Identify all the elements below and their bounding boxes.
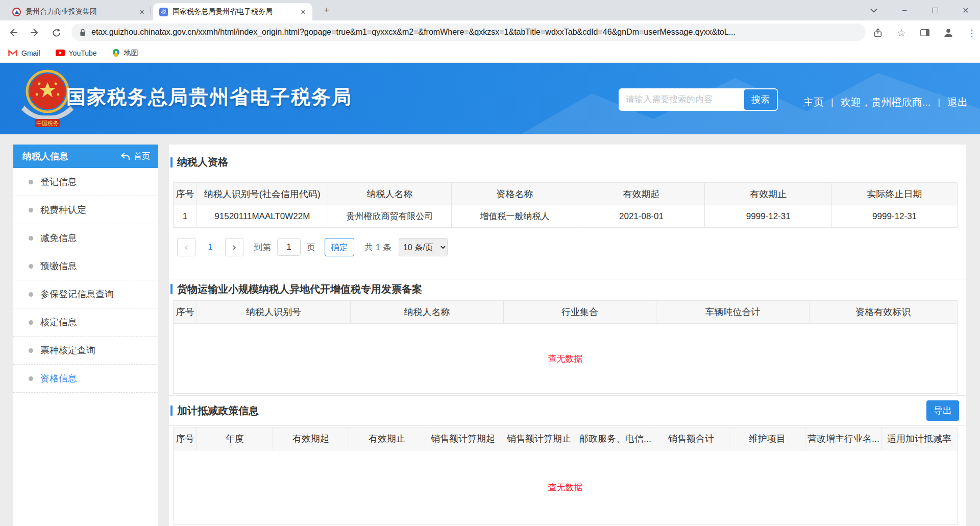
column-header: 维护项目	[729, 427, 805, 450]
tab-divider	[151, 7, 151, 14]
pagination: ‹ 1 › 到第 页 确定 共 1 条 10 条/页	[177, 238, 966, 256]
column-header: 序号	[174, 427, 197, 450]
tab-title: 国家税务总局贵州省电子税务局	[173, 7, 295, 16]
sidebar-title: 纳税人信息	[22, 150, 120, 162]
cell-valid-to: 9999-12-31	[705, 205, 832, 228]
column-header: 有效期止	[705, 183, 832, 205]
sidebar-item-reduction[interactable]: 减免信息	[13, 224, 158, 252]
bullet-icon	[29, 320, 33, 325]
column-header: 资格名称	[452, 183, 578, 205]
sidebar-item-registration[interactable]: 登记信息	[13, 168, 158, 196]
page-size-select[interactable]: 10 条/页	[399, 238, 448, 256]
bullet-icon	[29, 180, 33, 184]
bullet-icon	[29, 264, 33, 269]
site-header: 中国税务 国家税务总局贵州省电子税务局 搜索 主页 | 欢迎，贵州橙欣商... …	[0, 63, 980, 134]
share-icon[interactable]	[871, 26, 885, 40]
sidebar-item-prepayment[interactable]: 预缴信息	[13, 252, 158, 280]
address-bar[interactable]: etax.guizhou.chinatax.gov.cn/xxmh/html/i…	[71, 23, 866, 41]
column-header: 序号	[174, 183, 197, 205]
side-panel-icon[interactable]	[918, 26, 932, 40]
goto-confirm-button[interactable]: 确定	[325, 238, 354, 256]
portal-title: 国家税务总局贵州省电子税务局	[66, 84, 352, 110]
minimize-button[interactable]: −	[892, 0, 917, 20]
browser-window: 贵州合力商业投资集团 × 税 国家税务总局贵州省电子税务局 × + − × et…	[0, 0, 980, 526]
column-header: 邮政服务、电信...	[577, 427, 653, 450]
menu-dots-icon[interactable]: ⋮	[965, 26, 979, 40]
sidebar: 纳税人信息 首页 登记信息 税费种认定 减免信息 预缴信息 参保登记信息查询 核…	[13, 145, 158, 526]
header-search: 搜索	[619, 88, 778, 111]
no-data-text: 查无数据	[548, 482, 583, 493]
back-button[interactable]	[7, 27, 19, 39]
column-header: 有效期起	[578, 183, 705, 205]
column-header: 纳税人名称	[328, 183, 452, 205]
column-header: 资格有效标识	[809, 301, 957, 324]
section-header-deduction: 加计抵减政策信息 导出	[169, 395, 966, 426]
maximize-button[interactable]	[923, 0, 947, 20]
nav-welcome-link[interactable]: 欢迎，贵州橙欣商...	[841, 95, 931, 109]
tax-favicon-icon: 税	[159, 8, 168, 16]
table-header-row: 序号 纳税人识别号 纳税人名称 行业集合 车辆吨位合计 资格有效标识	[174, 301, 958, 324]
header-nav: 主页 | 欢迎，贵州橙欣商... | 退出	[803, 95, 968, 109]
tab-guizhou-heli[interactable]: 贵州合力商业投资集团 ×	[6, 3, 151, 20]
goto-label: 到第	[254, 242, 271, 253]
deduction-empty-state: 查无数据	[173, 450, 958, 525]
table-row: 1 91520111MAALT0W22M 贵州橙欣商贸有限公司 增值税一般纳税人…	[174, 205, 958, 228]
section-title: 货物运输业小规模纳税人异地代开增值税专用发票备案	[170, 282, 422, 296]
cell-taxpayer-name: 贵州橙欣商贸有限公司	[328, 205, 452, 228]
maps-icon	[112, 49, 120, 57]
search-button[interactable]: 搜索	[744, 89, 777, 110]
gmail-icon	[8, 50, 17, 57]
goto-page-input[interactable]	[277, 238, 301, 256]
prev-page-button[interactable]: ‹	[177, 238, 195, 256]
new-tab-button[interactable]: +	[321, 4, 333, 16]
tab-strip: 贵州合力商业投资集团 × 税 国家税务总局贵州省电子税务局 × + − ×	[0, 0, 980, 20]
nav-logout-link[interactable]: 退出	[947, 95, 968, 109]
export-button[interactable]: 导出	[926, 400, 959, 421]
nav-separator: |	[938, 97, 940, 108]
bookmark-star-icon[interactable]: ☆	[894, 26, 909, 40]
column-header: 序号	[174, 301, 197, 324]
bullet-icon	[29, 292, 33, 297]
sidebar-item-insurance-query[interactable]: 参保登记信息查询	[13, 280, 158, 308]
bookmark-maps[interactable]: 地图	[112, 49, 138, 58]
main-panel: 纳税人资格 序号 纳税人识别号(社会信用代码) 纳税人名称 资格名称 有效期起 …	[169, 145, 966, 526]
search-input[interactable]	[620, 89, 744, 110]
forward-button[interactable]	[29, 27, 41, 39]
bookmark-label: Gmail	[21, 49, 40, 57]
bookmark-gmail[interactable]: Gmail	[8, 49, 40, 57]
freight-empty-state: 查无数据	[173, 324, 958, 394]
reload-button[interactable]	[50, 27, 62, 39]
tab-close-icon[interactable]: ×	[299, 7, 307, 17]
tab-search-chevron-icon[interactable]	[862, 0, 886, 20]
tab-etax-active[interactable]: 税 国家税务总局贵州省电子税务局 ×	[153, 3, 312, 20]
column-header: 适用加计抵减率	[881, 427, 957, 450]
profile-avatar-icon[interactable]	[941, 26, 955, 40]
company-favicon-icon	[12, 8, 21, 16]
section-header-qualification: 纳税人资格	[169, 145, 966, 180]
next-page-button[interactable]: ›	[225, 238, 243, 256]
sidebar-item-tax-type[interactable]: 税费种认定	[13, 196, 158, 224]
bookmark-label: 地图	[124, 49, 138, 58]
sidebar-item-invoice-type-query[interactable]: 票种核定查询	[13, 337, 158, 365]
youtube-icon	[56, 50, 65, 56]
column-header: 营改增主行业名...	[805, 427, 881, 450]
emblem-banner-text: 中国税务	[36, 120, 59, 126]
bookmark-youtube[interactable]: YouTube	[56, 49, 97, 57]
tab-close-icon[interactable]: ×	[138, 7, 146, 17]
sidebar-item-qualification[interactable]: 资格信息	[13, 365, 158, 393]
current-page[interactable]: 1	[202, 242, 219, 252]
url-text: etax.guizhou.chinatax.gov.cn/xxmh/html/i…	[91, 28, 857, 37]
bullet-icon	[29, 236, 33, 241]
bullet-icon	[29, 348, 33, 353]
cell-seq: 1	[174, 205, 197, 228]
sidebar-home-link[interactable]: 首页	[120, 151, 150, 162]
window-close-button[interactable]: ×	[953, 0, 978, 20]
column-header: 行业集合	[503, 301, 656, 324]
nav-home-link[interactable]: 主页	[803, 95, 824, 109]
sidebar-header: 纳税人信息 首页	[13, 145, 158, 168]
table-header-row: 序号 年度 有效期起 有效期止 销售额计算期起 销售额计算期止 邮政服务、电信.…	[174, 427, 958, 450]
sidebar-item-assessment[interactable]: 核定信息	[13, 308, 158, 337]
column-header: 年度	[197, 427, 273, 450]
column-header: 实际终止日期	[832, 183, 958, 205]
section-title: 加计抵减政策信息	[170, 404, 259, 418]
